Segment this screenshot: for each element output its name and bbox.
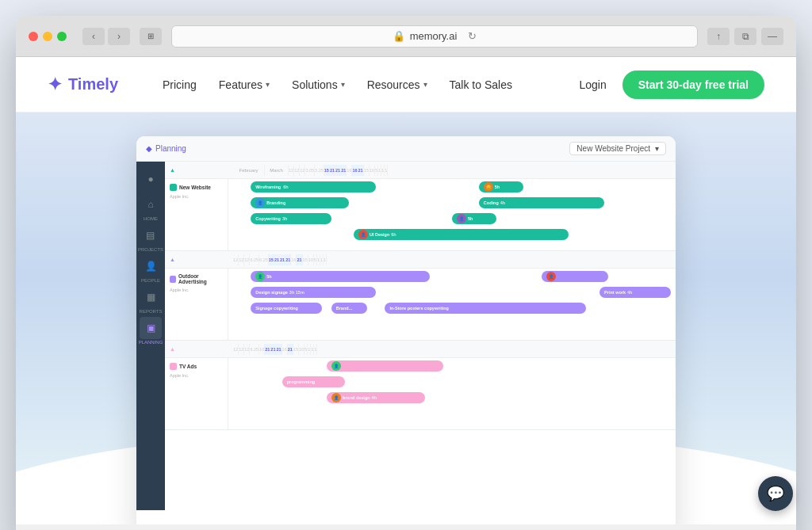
planning-icon: ▣ [140, 317, 162, 339]
project-section-tv-ads: ▲ 12 12 12 6.25 10 21 [165, 341, 676, 430]
nav-actions: Login Start 30-day free trial [579, 71, 764, 99]
project-expand-1[interactable]: ▲ [170, 167, 175, 173]
app-main: ▲ February March 12 12 12 3 [165, 162, 676, 510]
section-date-row-3: 12 12 12 6.25 10 21 21 21 16 [233, 344, 671, 355]
bar-row-4: 👤 UI Design 6h [228, 227, 676, 242]
avatar-tv-1: 👤 [331, 361, 341, 371]
section-header-2: ▲ 12 12 12 6.25 6.25 15 [165, 251, 676, 269]
project-section-new-website: ▲ February March 12 12 12 3 [165, 162, 676, 251]
nav-talk-to-sales[interactable]: Talk to Sales [450, 78, 512, 91]
share-button[interactable]: ↑ [707, 28, 730, 45]
bar-5h-1[interactable]: 😊 5h [479, 181, 523, 193]
minimize-button[interactable] [43, 32, 52, 41]
sidebar-item-home[interactable]: ⌂ HOME [140, 193, 162, 221]
lock-icon: 🔒 [393, 30, 405, 42]
app-window: ◆ Planning New Website Project ▾ ● [136, 136, 676, 524]
avatar-tv-2: 👤 [331, 393, 341, 402]
project-name-outdoor: Outdoor Advertising [178, 273, 223, 284]
nav-solutions[interactable]: Solutions ▾ [292, 78, 345, 91]
planning-dot: ◆ [146, 144, 152, 153]
chat-icon: 💬 [767, 485, 784, 502]
sidebar-dot-icon: ● [140, 168, 162, 190]
more-button[interactable]: — [761, 28, 783, 45]
browser-titlebar: ‹ › ⊞ 🔒 memory.ai ↻ ↑ ⧉ — [16, 16, 796, 57]
avatar-4: 👤 [358, 230, 368, 239]
home-label: HOME [144, 216, 158, 221]
sidebar-item-planning[interactable]: ▣ PLANNING [139, 317, 163, 345]
browser-actions: ↑ ⧉ — [707, 28, 783, 45]
section-header-1: ▲ February March 12 12 12 3 [165, 162, 676, 179]
copywriting-bar[interactable]: Copywriting 3h [251, 213, 331, 224]
browser-window: ‹ › ⊞ 🔒 memory.ai ↻ ↑ ⧉ — ✦ Timely Prici… [16, 16, 796, 530]
project-section-outdoor: ▲ 12 12 12 6.25 6.25 15 [165, 251, 676, 341]
brand-bar[interactable]: Brand... [331, 303, 367, 314]
branding-bar[interactable]: 👤 Branding [251, 197, 349, 208]
avatar-outdoor-2: 👤 [546, 272, 556, 281]
nav-pricing[interactable]: Pricing [163, 78, 197, 91]
sidebar-item-dot[interactable]: ● [140, 168, 162, 190]
projects-icon: ▤ [140, 224, 162, 246]
tv-bar-1[interactable]: 👤 [327, 360, 443, 372]
sidebar-item-projects[interactable]: ▤ PROJECTS [138, 224, 163, 252]
bar-row-2: 👤 Branding Coding 4h [228, 195, 676, 211]
browser-nav-buttons: ‹ › [82, 28, 130, 45]
login-button[interactable]: Login [579, 78, 606, 91]
section-left-2: ▲ [170, 257, 233, 262]
section-left-3: ▲ [170, 346, 233, 352]
print-work-bar[interactable]: Print work 4h [599, 287, 671, 298]
sidebar-item-people[interactable]: 👤 PEOPLE [140, 255, 162, 283]
grid-button[interactable]: ⊞ [140, 28, 162, 45]
gantt-left-tv-ads: TV Ads Apple Inc. [165, 358, 228, 429]
nav-resources[interactable]: Resources ▾ [367, 78, 427, 91]
chat-button[interactable]: 💬 [758, 476, 793, 511]
home-icon: ⌂ [140, 193, 162, 215]
ui-design-bar[interactable]: 👤 UI Design 6h [354, 229, 569, 240]
gantt-left-outdoor: Outdoor Advertising Apple Inc. [165, 269, 228, 340]
planning-sidebar-label: PLANNING [139, 340, 163, 345]
solutions-chevron: ▾ [341, 80, 345, 89]
gantt-right-outdoor: 👤 5h 👤 [228, 269, 676, 340]
outdoor-5h-bar[interactable]: 👤 5h [251, 271, 430, 282]
tv-bar-row-3: 👤 brand design 4h [228, 390, 676, 406]
bar-5h-2[interactable]: 👤 5h [452, 213, 496, 224]
people-label: PEOPLE [141, 278, 160, 283]
logo-text: Timely [68, 75, 118, 93]
project-expand-2[interactable]: ▲ [170, 257, 175, 262]
outdoor-small-bar[interactable]: 👤 [542, 271, 609, 282]
maximize-button[interactable] [57, 32, 67, 41]
planning-badge: ◆ Planning [146, 144, 186, 153]
hero-area: ◆ Planning New Website Project ▾ ● [16, 112, 796, 524]
signage-copy-bar[interactable]: Signage copywriting [251, 303, 322, 314]
gantt-right-tv-ads: 👤 programming [228, 358, 676, 429]
project-name-tv-ads: TV Ads [179, 364, 197, 369]
planning-label: Planning [155, 144, 186, 153]
address-bar[interactable]: 🔒 memory.ai ↻ [171, 25, 698, 48]
instore-bar[interactable]: In-Store posters copywriting [385, 303, 586, 314]
project-name-new-website: New Website [179, 185, 211, 190]
duplicate-button[interactable]: ⧉ [734, 28, 756, 45]
section-header-3: ▲ 12 12 12 6.25 10 21 [165, 341, 676, 358]
app-layout: ● ⌂ HOME ▤ PROJECTS 👤 PEOPLE [136, 162, 676, 510]
coding-bar[interactable]: Coding 4h [479, 197, 604, 208]
gantt-left-new-website: New Website Apple Inc. [165, 179, 228, 250]
sidebar-item-reports[interactable]: ▦ REPORTS [140, 286, 163, 314]
outdoor-bar-row-2: Design signage 3h 15m Print work 4h [228, 284, 676, 300]
logo[interactable]: ✦ Timely [48, 74, 118, 95]
traffic-lights [29, 32, 67, 41]
close-button[interactable] [29, 32, 38, 41]
back-button[interactable]: ‹ [82, 28, 105, 45]
wireframing-bar[interactable]: Wireframing 6h [251, 181, 376, 193]
trial-button[interactable]: Start 30-day free trial [622, 71, 764, 99]
design-signage-bar[interactable]: Design signage 3h 15m [251, 287, 376, 298]
date-march: March [265, 165, 289, 176]
refresh-icon[interactable]: ↻ [468, 30, 477, 42]
programming-bar[interactable]: programming [282, 376, 345, 387]
section-date-row-1: February March 12 12 12 3.05 3.25 15 21 [233, 165, 671, 176]
project-expand-3[interactable]: ▲ [170, 346, 175, 352]
forward-button[interactable]: › [108, 28, 130, 45]
brand-design-bar[interactable]: 👤 brand design 4h [327, 392, 425, 403]
nav-features[interactable]: Features ▾ [219, 78, 270, 91]
nav-links: Pricing Features ▾ Solutions ▾ Resources… [163, 78, 553, 91]
project-selector[interactable]: New Website Project ▾ [569, 142, 666, 155]
gantt-project-tv-ads: TV Ads Apple Inc. 👤 [165, 358, 676, 429]
